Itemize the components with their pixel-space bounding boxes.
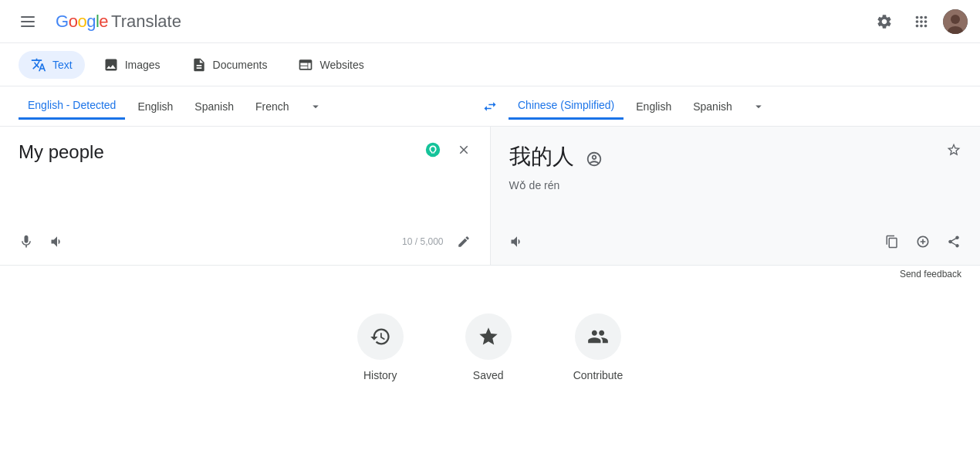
logo: Google Translate: [56, 12, 181, 32]
source-panel-bottom: 10 / 5,000: [12, 228, 478, 256]
tab-bar: Text Images Documents Websites: [0, 43, 980, 86]
saved-circle: [465, 313, 512, 360]
documents-tab-icon: [191, 57, 207, 73]
grammarly-button[interactable]: [419, 136, 447, 164]
star-filled-icon: [478, 326, 499, 347]
swap-languages-button[interactable]: [471, 88, 509, 125]
tab-documents[interactable]: Documents: [179, 51, 280, 79]
websites-tab-icon: [298, 57, 313, 73]
contribute-icon: [587, 326, 609, 347]
settings-button[interactable]: [869, 6, 900, 37]
close-icon: [457, 143, 471, 157]
source-panel-top-actions: [419, 136, 478, 164]
output-text-row: 我的人: [509, 142, 962, 173]
tab-documents-label: Documents: [213, 59, 268, 71]
source-panel-bottom-right: 10 / 5,000: [402, 228, 477, 256]
images-tab-icon: [103, 57, 119, 73]
feedback-row: Send feedback: [0, 266, 980, 283]
source-lang-french[interactable]: French: [246, 94, 299, 119]
history-icon: [370, 326, 391, 347]
source-lang-english[interactable]: English: [128, 94, 182, 119]
tab-text-label: Text: [52, 59, 73, 71]
mic-icon: [19, 234, 34, 249]
star-icon: [946, 142, 961, 158]
edit-icon: [457, 235, 471, 249]
source-lang-spanish[interactable]: Spanish: [185, 94, 243, 119]
source-lang-more-button[interactable]: [302, 93, 329, 120]
output-text: 我的人: [509, 142, 574, 171]
edit-button[interactable]: [450, 228, 478, 256]
target-panel-bottom: [503, 228, 968, 256]
header: Google Translate: [0, 0, 980, 43]
apps-button[interactable]: [906, 6, 937, 37]
grid-icon: [913, 13, 930, 30]
history-circle: [357, 313, 404, 360]
target-panel: 我的人 Wǒ de rén: [491, 127, 981, 266]
tab-text[interactable]: Text: [19, 51, 85, 79]
svg-point-4: [951, 15, 960, 24]
svg-point-6: [425, 143, 439, 157]
target-lang-english[interactable]: English: [627, 94, 681, 119]
send-feedback-link[interactable]: Send feedback: [900, 269, 961, 280]
header-left: Google Translate: [12, 6, 181, 37]
logo-google-text: Google: [56, 12, 108, 32]
share-icon: [947, 235, 961, 249]
svg-rect-0: [21, 16, 35, 18]
tab-images[interactable]: Images: [91, 51, 173, 79]
person-icon-button[interactable]: [580, 145, 608, 173]
target-language-section: Chinese (Simplified) English Spanish: [509, 93, 961, 120]
history-item[interactable]: History: [357, 313, 404, 381]
source-panel: 10 / 5,000: [0, 127, 491, 266]
target-panel-bottom-right: [878, 228, 968, 256]
translation-panels: 10 / 5,000 我的人 Wǒ de rén: [0, 127, 980, 266]
share-button[interactable]: [940, 228, 968, 256]
chevron-down-icon: [309, 100, 323, 114]
svg-rect-1: [21, 21, 35, 22]
saved-label: Saved: [473, 369, 504, 381]
hamburger-icon: [21, 16, 35, 27]
source-language-section: English - Detected English Spanish Frenc…: [19, 93, 471, 120]
output-phonetic: Wǒ de rén: [509, 179, 962, 191]
save-translation-button[interactable]: [940, 136, 968, 164]
copy-icon: [885, 235, 899, 249]
source-mic-button[interactable]: [12, 228, 40, 256]
source-speaker-button[interactable]: [43, 228, 71, 256]
language-bar: English - Detected English Spanish Frenc…: [0, 86, 980, 127]
menu-button[interactable]: [12, 6, 43, 37]
target-panel-top-actions: [940, 136, 968, 164]
svg-rect-2: [21, 25, 35, 27]
volume-icon: [49, 234, 65, 249]
thumbs-up-down-button[interactable]: [909, 228, 937, 256]
gear-icon: [876, 13, 893, 30]
text-tab-icon: [31, 57, 46, 73]
tab-images-label: Images: [125, 59, 161, 71]
target-panel-bottom-left: [503, 228, 531, 256]
copy-button[interactable]: [878, 228, 906, 256]
thumbs-icon: [915, 234, 931, 249]
target-lang-more-button[interactable]: [745, 93, 772, 120]
volume-icon-target: [509, 234, 525, 249]
grammarly-icon: [424, 141, 441, 158]
bottom-section: History Saved Contribute: [0, 283, 980, 397]
target-speaker-button[interactable]: [503, 228, 531, 256]
avatar-image: [943, 9, 968, 34]
contribute-label: Contribute: [573, 369, 623, 381]
header-right: [869, 6, 968, 37]
avatar[interactable]: [943, 9, 968, 34]
contribute-item[interactable]: Contribute: [573, 313, 623, 381]
saved-item[interactable]: Saved: [465, 313, 512, 381]
contribute-circle: [575, 313, 621, 360]
person-outline-icon: [586, 151, 603, 168]
clear-input-button[interactable]: [450, 136, 478, 164]
char-count: 10 / 5,000: [402, 236, 443, 247]
history-label: History: [363, 369, 397, 381]
target-lang-chinese[interactable]: Chinese (Simplified): [509, 93, 623, 120]
chevron-down-icon-target: [752, 100, 765, 114]
source-lang-english-detected[interactable]: English - Detected: [19, 93, 125, 120]
logo-translate-text: Translate: [111, 12, 181, 32]
swap-icon: [482, 99, 498, 114]
source-input[interactable]: [19, 139, 471, 216]
target-lang-spanish[interactable]: Spanish: [684, 94, 742, 119]
tab-websites[interactable]: Websites: [286, 51, 376, 79]
tab-websites-label: Websites: [319, 59, 363, 71]
